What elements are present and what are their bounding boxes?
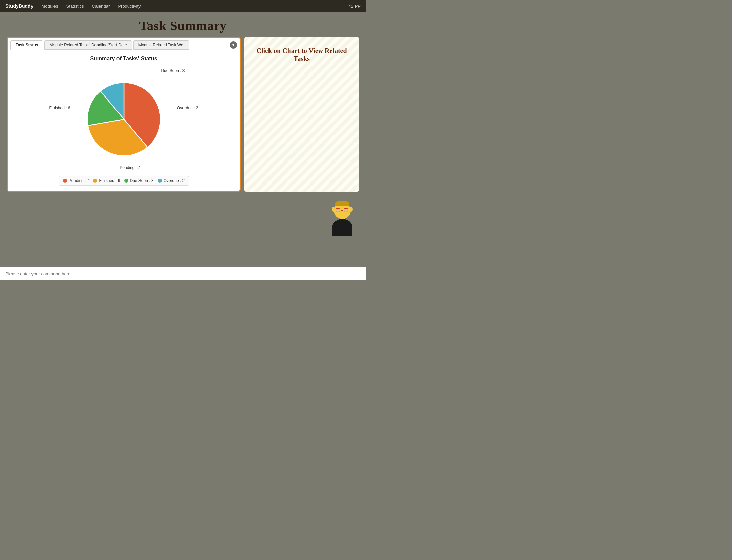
- legend-dot: [93, 179, 97, 183]
- avatar: [329, 202, 356, 236]
- avatar-ear-left: [332, 207, 335, 212]
- pie-chart[interactable]: Due Soon : 3 Overdue : 2 Pending : 7 Fin…: [83, 79, 165, 160]
- legend-label: Due Soon : 3: [130, 178, 154, 183]
- chart-area: Summary of Tasks' Status Due Soon : 3 Ov…: [8, 50, 240, 191]
- legend-item: Overdue : 2: [158, 178, 185, 183]
- nav-item-modules[interactable]: Modules: [41, 4, 58, 9]
- legend-dot: [63, 179, 67, 183]
- avatar-glasses: [336, 208, 348, 212]
- avatar-glasses-right: [344, 208, 348, 212]
- avatar-hair: [335, 201, 349, 206]
- right-panel: Click on Chart to View Related Tasks: [244, 37, 359, 192]
- nav-item-productivity[interactable]: Productivity: [118, 4, 141, 9]
- navbar: StudyBuddy Modules Statistics Calendar P…: [0, 0, 366, 12]
- pp-display: 42 PP: [349, 4, 361, 9]
- main-content: Task Status Module Related Tasks' Deadli…: [7, 37, 359, 192]
- label-finished: Finished : 6: [49, 106, 70, 110]
- nav-item-calendar[interactable]: Calendar: [92, 4, 110, 9]
- chart-legend: Pending : 7Finished : 6Due Soon : 3Overd…: [59, 176, 189, 186]
- chart-title: Summary of Tasks' Status: [15, 56, 233, 62]
- legend-item: Finished : 6: [93, 178, 120, 183]
- left-panel: Task Status Module Related Tasks' Deadli…: [7, 37, 241, 192]
- right-panel-instruction: Click on Chart to View Related Tasks: [251, 47, 352, 63]
- tabs-bar: Task Status Module Related Tasks' Deadli…: [8, 38, 240, 50]
- avatar-glasses-left: [336, 208, 340, 212]
- legend-item: Pending : 7: [63, 178, 89, 183]
- avatar-body: [332, 219, 352, 236]
- label-due-soon: Due Soon : 3: [161, 68, 185, 73]
- label-pending: Pending : 7: [120, 165, 140, 170]
- page-title: Task Summary: [0, 12, 366, 37]
- legend-label: Pending : 7: [69, 178, 89, 183]
- nav-item-statistics[interactable]: Statistics: [66, 4, 84, 9]
- tab-deadline[interactable]: Module Related Tasks' Deadline/Start Dat…: [44, 40, 132, 50]
- legend-dot: [124, 179, 128, 183]
- chart-container[interactable]: Due Soon : 3 Overdue : 2 Pending : 7 Fin…: [15, 68, 233, 170]
- tab-weight[interactable]: Module Related Task Wei: [133, 40, 190, 50]
- legend-dot: [158, 179, 162, 183]
- navbar-brand[interactable]: StudyBuddy: [5, 3, 33, 9]
- label-overdue: Overdue : 2: [177, 106, 198, 110]
- command-bar: [0, 267, 366, 280]
- pie-svg[interactable]: [83, 79, 165, 160]
- command-input[interactable]: [5, 271, 361, 276]
- tab-dropdown-button[interactable]: ▾: [230, 41, 237, 49]
- legend-item: Due Soon : 3: [124, 178, 154, 183]
- tab-task-status[interactable]: Task Status: [10, 40, 43, 50]
- avatar-ear-right: [349, 207, 353, 212]
- avatar-head: [334, 202, 351, 219]
- avatar-glasses-bridge: [341, 210, 342, 211]
- legend-label: Overdue : 2: [164, 178, 185, 183]
- bottom-area: [0, 195, 366, 236]
- legend-label: Finished : 6: [99, 178, 120, 183]
